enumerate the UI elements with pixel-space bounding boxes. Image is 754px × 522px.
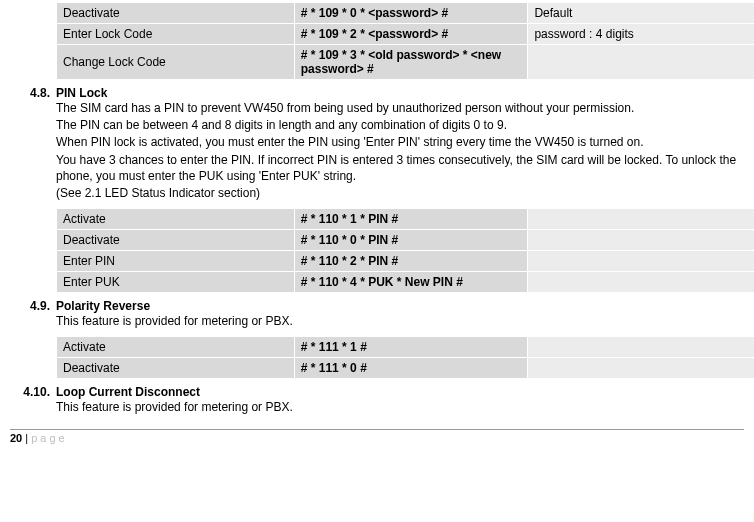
paragraph: This feature is provided for metering or… [56, 313, 744, 329]
table-row: Enter Lock Code # * 109 * 2 * <password>… [57, 24, 754, 44]
row-note [528, 358, 754, 378]
row-command: # * 110 * 1 * PIN # [295, 209, 528, 229]
row-note [528, 337, 754, 357]
section-4-10: 4.10. Loop Current Disconnect This featu… [10, 385, 744, 416]
row-label: Activate [57, 209, 294, 229]
row-label: Deactivate [57, 230, 294, 250]
table-row: Enter PIN # * 110 * 2 * PIN # [57, 251, 754, 271]
table-row: Deactivate # * 111 * 0 # [57, 358, 754, 378]
paragraph: The PIN can be between 4 and 8 digits in… [56, 117, 744, 133]
row-note [528, 272, 754, 292]
section-4-9: 4.9. Polarity Reverse This feature is pr… [10, 299, 744, 330]
section-title: PIN Lock [56, 86, 744, 100]
row-note [528, 230, 754, 250]
row-note: Default [528, 3, 754, 23]
paragraph: (See 2.1 LED Status Indicator section) [56, 185, 744, 201]
row-command: # * 110 * 2 * PIN # [295, 251, 528, 271]
row-label: Change Lock Code [57, 45, 294, 79]
footer-rule [10, 429, 744, 430]
row-command: # * 109 * 3 * <old password> * <new pass… [295, 45, 528, 79]
row-command: # * 111 * 0 # [295, 358, 528, 378]
pin-lock-table: Activate # * 110 * 1 * PIN # Deactivate … [56, 208, 754, 293]
section-number: 4.9. [10, 299, 56, 313]
table-row: Enter PUK # * 110 * 4 * PUK * New PIN # [57, 272, 754, 292]
section-title: Loop Current Disconnect [56, 385, 744, 399]
row-note [528, 45, 754, 79]
row-note [528, 209, 754, 229]
section-number: 4.8. [10, 86, 56, 100]
row-label: Enter Lock Code [57, 24, 294, 44]
paragraph: This feature is provided for metering or… [56, 399, 744, 415]
paragraph: When PIN lock is activated, you must ent… [56, 134, 744, 150]
row-command: # * 111 * 1 # [295, 337, 528, 357]
row-command: # * 109 * 2 * <password> # [295, 24, 528, 44]
table-row: Activate # * 110 * 1 * PIN # [57, 209, 754, 229]
row-command: # * 110 * 4 * PUK * New PIN # [295, 272, 528, 292]
section-number: 4.10. [10, 385, 56, 399]
table-row: Activate # * 111 * 1 # [57, 337, 754, 357]
paragraph: You have 3 chances to enter the PIN. If … [56, 152, 744, 184]
lock-code-table: Deactivate # * 109 * 0 * <password> # De… [56, 2, 754, 80]
page-footer: 20 | page [0, 432, 754, 450]
table-row: Deactivate # * 109 * 0 * <password> # De… [57, 3, 754, 23]
section-4-8: 4.8. PIN Lock The SIM card has a PIN to … [10, 86, 744, 202]
table-row: Deactivate # * 110 * 0 * PIN # [57, 230, 754, 250]
section-title: Polarity Reverse [56, 299, 744, 313]
polarity-reverse-table: Activate # * 111 * 1 # Deactivate # * 11… [56, 336, 754, 379]
row-label: Activate [57, 337, 294, 357]
row-note [528, 251, 754, 271]
table-row: Change Lock Code # * 109 * 3 * <old pass… [57, 45, 754, 79]
row-label: Deactivate [57, 3, 294, 23]
row-label: Deactivate [57, 358, 294, 378]
page-number: 20 [10, 432, 22, 444]
row-command: # * 110 * 0 * PIN # [295, 230, 528, 250]
row-command: # * 109 * 0 * <password> # [295, 3, 528, 23]
paragraph: The SIM card has a PIN to prevent VW450 … [56, 100, 744, 116]
footer-label: page [31, 432, 67, 444]
row-note: password : 4 digits [528, 24, 754, 44]
footer-sep: | [22, 432, 31, 444]
row-label: Enter PIN [57, 251, 294, 271]
row-label: Enter PUK [57, 272, 294, 292]
document-page: Deactivate # * 109 * 0 * <password> # De… [0, 2, 754, 417]
